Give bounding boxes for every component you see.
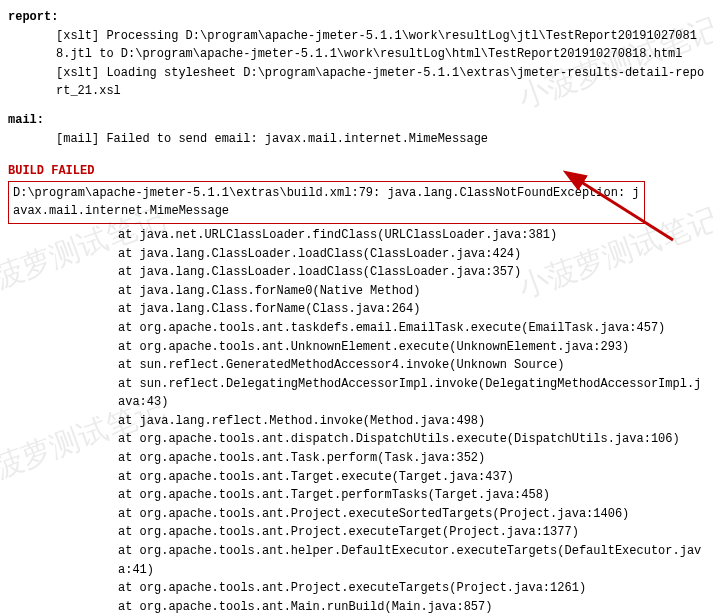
error-highlight-box: D:\program\apache-jmeter-5.1.1\extras\bu… — [8, 181, 645, 224]
stack-trace-line: at org.apache.tools.ant.Target.execute(T… — [8, 468, 705, 487]
stack-trace-line: at org.apache.tools.ant.Project.executeT… — [8, 523, 705, 542]
mail-section-header: mail: — [8, 111, 705, 130]
stack-trace-line: at org.apache.tools.ant.dispatch.Dispatc… — [8, 430, 705, 449]
stack-trace-line: at org.apache.tools.ant.taskdefs.email.E… — [8, 319, 705, 338]
stack-trace-line: at java.lang.Class.forName0(Native Metho… — [8, 282, 705, 301]
stack-trace-line: at java.lang.reflect.Method.invoke(Metho… — [8, 412, 705, 431]
stack-trace-line: at sun.reflect.GeneratedMethodAccessor4.… — [8, 356, 705, 375]
stack-trace-line: at org.apache.tools.ant.Project.executeT… — [8, 579, 705, 598]
xslt-loading-line: [xslt] Loading stylesheet D:\program\apa… — [8, 64, 705, 101]
stack-trace-line: at org.apache.tools.ant.UnknownElement.e… — [8, 338, 705, 357]
stack-trace-line: at org.apache.tools.ant.helper.DefaultEx… — [8, 542, 705, 579]
stack-trace-line: at java.lang.ClassLoader.loadClass(Class… — [8, 245, 705, 264]
stack-trace-line: at java.lang.Class.forName(Class.java:26… — [8, 300, 705, 319]
stack-trace-line: at org.apache.tools.ant.Main.runBuild(Ma… — [8, 598, 705, 616]
stack-trace-line: at java.net.URLClassLoader.findClass(URL… — [8, 226, 705, 245]
stack-trace-line: at org.apache.tools.ant.Task.perform(Tas… — [8, 449, 705, 468]
xslt-processing-line: [xslt] Processing D:\program\apache-jmet… — [8, 27, 705, 64]
stack-trace: at java.net.URLClassLoader.findClass(URL… — [8, 226, 705, 616]
stack-trace-line: at org.apache.tools.ant.Target.performTa… — [8, 486, 705, 505]
stack-trace-line: at java.lang.ClassLoader.loadClass(Class… — [8, 263, 705, 282]
build-failed-label: BUILD FAILED — [8, 162, 705, 181]
stack-trace-line: at org.apache.tools.ant.Project.executeS… — [8, 505, 705, 524]
stack-trace-line: at sun.reflect.DelegatingMethodAccessorI… — [8, 375, 705, 412]
report-section-header: report: — [8, 8, 705, 27]
mail-failure-line: [mail] Failed to send email: javax.mail.… — [8, 130, 705, 149]
